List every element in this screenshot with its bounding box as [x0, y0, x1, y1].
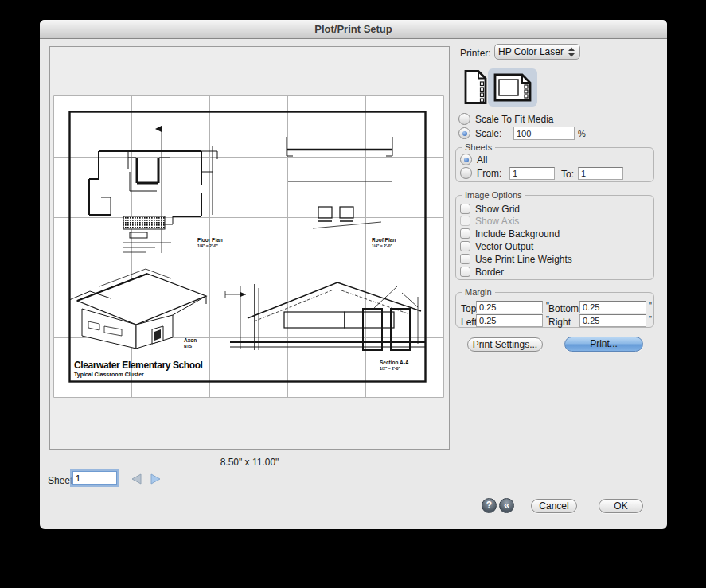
drawing-title: Clearwater Elementary School: [74, 360, 203, 371]
next-sheet-arrow-icon: [148, 473, 162, 485]
section-scale-label: 1/2" = 2'-0": [380, 366, 400, 371]
roof-plan-scale-label: 1/4" = 2'-0": [372, 243, 392, 248]
include-background-label: Include Background: [475, 228, 560, 239]
use-print-line-weights-checkbox[interactable]: [460, 254, 470, 264]
to-input[interactable]: [578, 167, 623, 180]
paper-size-label: 8.50" x 11.00": [49, 457, 450, 468]
from-label: From:: [477, 168, 501, 179]
include-background-checkbox[interactable]: [460, 228, 470, 239]
landscape-orientation-button[interactable]: [488, 68, 537, 107]
next-sheet-button[interactable]: [148, 473, 162, 485]
border-label: Border: [475, 267, 504, 278]
border-checkbox[interactable]: [460, 267, 470, 277]
image-options-group-label: Image Options: [462, 190, 525, 200]
scale-to-fit-radio[interactable]: [458, 113, 470, 125]
drawing-subtitle: Typical Classroom Cluster: [74, 372, 144, 378]
back-button[interactable]: «: [499, 498, 514, 513]
margin-group-label: Margin: [462, 287, 495, 297]
from-input[interactable]: [509, 167, 555, 180]
all-sheets-label: All: [477, 154, 487, 165]
margin-bottom-input[interactable]: [579, 301, 646, 313]
print-settings-button[interactable]: Print Settings...: [467, 337, 543, 352]
vector-output-label: Vector Output: [475, 241, 533, 252]
cancel-button[interactable]: Cancel: [531, 499, 577, 513]
scale-label: Scale:: [475, 128, 501, 139]
show-grid-label: Show Grid: [475, 204, 520, 215]
all-sheets-radio[interactable]: [460, 154, 472, 165]
to-label: To:: [561, 169, 574, 180]
plot-print-setup-dialog: Plot/Print Setup: [40, 20, 667, 529]
floor-plan-scale-label: 1/4" = 2'-0": [197, 243, 218, 248]
show-axis-label: Show Axis: [475, 216, 519, 227]
section-label: Section A-A: [380, 360, 409, 365]
window-title: Plot/Print Setup: [314, 23, 392, 35]
show-grid-checkbox[interactable]: [460, 204, 470, 214]
use-print-line-weights-label: Use Print Line Weights: [475, 254, 572, 265]
axon-scale-label: NTS: [184, 344, 193, 349]
margin-right-label: Right: [548, 317, 571, 328]
margin-bottom-unit: ": [649, 301, 652, 310]
roof-plan-label: Roof Plan: [372, 237, 396, 243]
titlebar[interactable]: Plot/Print Setup: [40, 20, 667, 39]
margin-left-label: Left: [461, 317, 477, 328]
printer-popup-value: HP Color Laser: [495, 46, 567, 57]
scale-unit-label: %: [578, 129, 586, 138]
landscape-page-icon: [492, 72, 533, 103]
margin-bottom-label: Bottom: [548, 303, 579, 314]
print-preview-page[interactable]: Floor Plan 1/4" = 2'-0" Roof Plan 1/4" =…: [53, 95, 444, 398]
portrait-orientation-button[interactable]: [460, 68, 490, 107]
ok-button[interactable]: OK: [599, 499, 643, 513]
margin-top-label: Top: [461, 303, 476, 314]
scale-input[interactable]: [513, 127, 575, 140]
prev-sheet-button[interactable]: [130, 473, 144, 485]
vector-output-checkbox[interactable]: [460, 241, 470, 251]
margin-top-input[interactable]: [476, 301, 543, 313]
sheet-input[interactable]: [72, 471, 117, 485]
from-sheets-radio[interactable]: [460, 167, 472, 179]
show-axis-checkbox: [460, 216, 470, 226]
sheets-group-label: Sheets: [462, 142, 495, 152]
popup-arrows-icon: [567, 46, 576, 58]
margin-right-unit: ": [649, 314, 652, 324]
margin-right-input[interactable]: [579, 314, 646, 327]
preview-panel: Floor Plan 1/4" = 2'-0" Roof Plan 1/4" =…: [49, 46, 450, 450]
floor-plan-label: Floor Plan: [197, 237, 223, 243]
margin-left-input[interactable]: [476, 314, 543, 327]
help-button[interactable]: ?: [482, 498, 497, 513]
printer-label: Printer:: [460, 48, 491, 59]
print-button[interactable]: Print...: [564, 337, 643, 352]
sheet-label: Sheet:: [48, 475, 76, 486]
printer-popup[interactable]: HP Color Laser: [494, 44, 580, 60]
scale-to-fit-label: Scale To Fit Media: [475, 114, 554, 125]
axon-label: Axon: [184, 337, 197, 343]
scale-radio[interactable]: [458, 127, 470, 139]
prev-sheet-arrow-icon: [130, 473, 144, 485]
portrait-page-icon: [462, 68, 489, 106]
